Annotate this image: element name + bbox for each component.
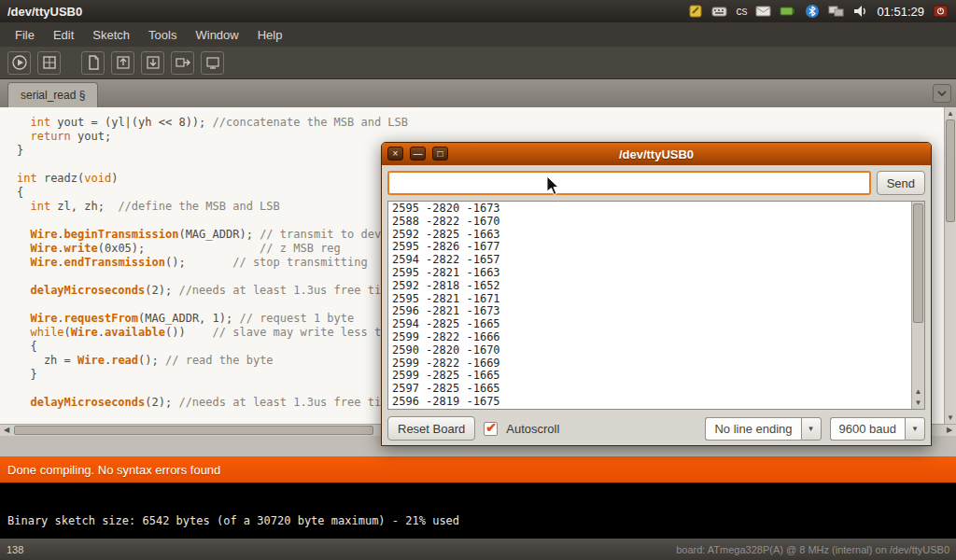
scroll-left-icon[interactable]: ◀ [0,425,13,436]
active-window-title: /dev/ttyUSB0 [7,5,82,19]
verify-button[interactable] [7,51,31,75]
network-icon[interactable] [828,4,844,20]
serial-scroll-down-icon[interactable]: ▼ [912,398,924,409]
serial-output[interactable]: 2595 -2820 -1673 2588 -2822 -1670 2592 -… [388,202,911,409]
maximize-window-button[interactable]: □ [432,147,448,161]
serial-scroll-up-icon[interactable]: ▲ [912,386,924,398]
notes-icon[interactable] [687,4,703,20]
line-ending-value[interactable]: No line ending [705,417,800,441]
close-window-button[interactable]: × [387,147,403,161]
board-info: board: ATmega328P(A) @ 8 MHz (internal) … [676,544,949,555]
scroll-right-icon[interactable]: ▶ [943,425,956,436]
scroll-down-icon[interactable]: ▼ [945,412,956,424]
clock[interactable]: 01:51:29 [877,5,924,19]
toolbar [0,47,956,79]
compiler-console: Binary sketch size: 6542 bytes (of a 307… [0,483,956,539]
menu-item-tools[interactable]: Tools [139,24,186,46]
check-icon: ✔ [485,420,497,435]
desktop: { "panel": { "window_title": "/dev/ttyUS… [0,0,956,560]
minimize-window-button[interactable]: — [410,147,426,161]
serial-monitor-titlebar[interactable]: × — □ /dev/ttyUSB0 [382,143,931,165]
menu-item-help[interactable]: Help [248,24,292,46]
system-panel: /dev/ttyUSB0 cs 01:51:29 [0,0,956,22]
tab-serial-read[interactable]: serial_read § [7,82,98,107]
editor-hscroll-thumb[interactable] [14,426,373,435]
console-output: Binary sketch size: 6542 bytes (of a 307… [7,514,949,527]
code-line: int yout = (yl|(yh << 8)); //concatenate… [17,116,956,130]
autoscroll-label[interactable]: Autoscroll [506,422,559,436]
autoscroll-checkbox[interactable]: ✔ [484,422,498,436]
battery-icon[interactable] [780,4,795,20]
menu-item-window[interactable]: Window [186,24,247,46]
serial-input-row: Send [387,171,925,195]
editor-vertical-scrollbar[interactable]: ▲ ▼ [944,107,956,424]
serial-scroll-thumb[interactable] [913,203,923,323]
send-button[interactable]: Send [877,171,925,195]
serial-controls-row: Reset Board ✔ Autoscroll No line ending … [387,415,925,441]
line-number-indicator: 138 [7,544,23,555]
footer-bar: 138 board: ATmega328P(A) @ 8 MHz (intern… [0,539,956,560]
serial-monitor-button[interactable] [201,51,224,75]
stop-button[interactable] [37,51,61,75]
window-buttons: × — □ [387,147,448,161]
mail-icon[interactable] [755,4,771,20]
serial-monitor-body: Send 2595 -2820 -1673 2588 -2822 -1670 2… [382,165,931,447]
serial-scrollbar[interactable]: ▲ ▼ [911,202,924,409]
status-message: Done compiling. No syntax errors found [7,463,220,477]
open-sketch-button[interactable] [111,51,134,75]
mouse-cursor [547,176,560,200]
session-menu-icon[interactable] [933,4,949,20]
new-sketch-button[interactable] [81,51,105,75]
bluetooth-icon[interactable] [804,4,820,20]
menu-item-edit[interactable]: Edit [44,24,83,46]
chevron-down-icon[interactable]: ▾ [905,417,925,441]
serial-data-area: 2595 -2820 -1673 2588 -2822 -1670 2592 -… [387,201,925,410]
keyboard-icon[interactable] [711,4,727,20]
volume-icon[interactable] [852,4,868,20]
status-bar: Done compiling. No syntax errors found [0,456,956,483]
editor-vscroll-thumb[interactable] [946,119,955,222]
system-tray: cs 01:51:29 [687,4,949,20]
serial-send-input[interactable] [387,171,871,195]
menu-bar: FileEditSketchToolsWindowHelp [0,22,956,47]
baud-rate-select[interactable]: 9600 baud ▾ [830,417,925,441]
baud-rate-value[interactable]: 9600 baud [830,417,905,441]
reset-board-button[interactable]: Reset Board [387,416,475,441]
serial-monitor-title: /dev/ttyUSB0 [619,147,694,161]
save-sketch-button[interactable] [141,51,164,75]
line-ending-select[interactable]: No line ending ▾ [705,417,821,441]
chevron-down-icon[interactable]: ▾ [801,417,822,441]
menu-item-file[interactable]: File [6,24,44,46]
tab-menu-button[interactable] [933,84,951,103]
menu-item-sketch[interactable]: Sketch [83,24,139,46]
keyboard-layout-indicator[interactable]: cs [736,5,747,18]
tab-bar: serial_read § [0,79,956,107]
serial-monitor-window: × — □ /dev/ttyUSB0 Send 2595 -2820 -1673… [381,142,932,446]
scroll-up-icon[interactable]: ▲ [945,107,956,119]
upload-button[interactable] [171,51,194,75]
